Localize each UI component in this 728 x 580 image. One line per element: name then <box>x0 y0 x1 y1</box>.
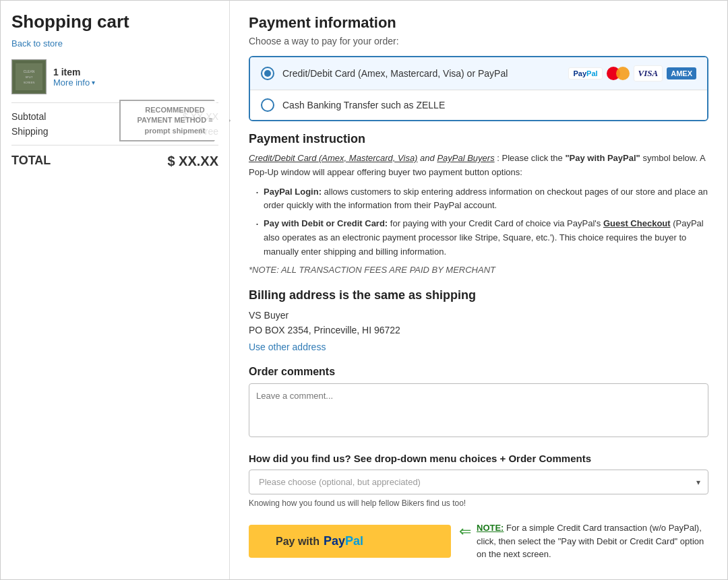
total-label: TOTAL <box>11 154 51 169</box>
transaction-note: *NOTE: ALL TRANSACTION FEES ARE PAID BY … <box>249 265 708 275</box>
instruction-item-1: PayPal Login: allows customers to skip e… <box>255 185 708 214</box>
paypal-button-logo: PayPal <box>324 534 363 548</box>
divider-2 <box>11 145 218 146</box>
how-found-section: How did you find us? See drop-down menu … <box>249 453 708 508</box>
instruction-title: Payment instruction <box>249 132 708 146</box>
instruction-list: PayPal Login: allows customers to skip e… <box>249 185 708 259</box>
how-found-select-wrapper: Please choose (optional, but appreciated… <box>249 470 708 494</box>
payment-logos: PayPal VISA AMEX <box>568 65 696 82</box>
total-value: $ XX.XX <box>167 154 218 169</box>
subtotal-row: Subtotal $ XX.XX <box>11 111 218 122</box>
cart-item-info: 1 item More info ▾ <box>53 67 95 88</box>
how-found-title: How did you find us? See drop-down menu … <box>249 453 708 464</box>
radio-credit[interactable] <box>261 67 274 80</box>
how-found-select[interactable]: Please choose (optional, but appreciated… <box>249 470 708 494</box>
billing-name: VS Buyer <box>249 308 708 323</box>
paypal-note-text: NOTE: For a simple Credit Card transacti… <box>477 521 706 561</box>
comments-title: Order comments <box>249 366 708 378</box>
shipping-value: Free <box>199 126 218 137</box>
mastercard-logo <box>607 66 630 81</box>
payment-options-container: Credit/Debit Card (Amex, Mastercard, Vis… <box>249 56 708 121</box>
billing-section: Billing address is the same as shipping … <box>249 288 708 353</box>
payment-subtitle: Choose a way to pay for your order: <box>249 36 708 46</box>
pay-with-text: Pay with <box>276 536 320 548</box>
use-other-address-link[interactable]: Use other address <box>249 342 326 352</box>
payment-option-credit[interactable]: Credit/Debit Card (Amex, Mastercard, Vis… <box>250 57 707 90</box>
payment-option-zelle[interactable]: Cash Banking Transfer such as ZELLE <box>250 90 707 120</box>
payment-instruction-section: Payment instruction Credit/Debit Card (A… <box>249 132 708 275</box>
svg-text:SCREEN: SCREEN <box>24 81 35 84</box>
svg-text:SPLIT: SPLIT <box>25 75 33 79</box>
amex-logo: AMEX <box>667 67 696 79</box>
billing-address: PO BOX 2354, Princeville, HI 96722 <box>249 323 708 337</box>
cart-item-row: CLEAN SPLIT SCREEN 1 item More info ▾ RE… <box>11 59 218 94</box>
total-row: TOTAL $ XX.XX <box>11 154 218 169</box>
billing-title: Billing address is the same as shipping <box>249 288 708 302</box>
page-title: Shopping cart <box>11 11 218 32</box>
more-info-link[interactable]: More info ▾ <box>53 77 95 88</box>
credit-option-label: Credit/Debit Card (Amex, Mastercard, Vis… <box>282 68 560 79</box>
paypal-pay-button[interactable]: Pay with PayPal <box>249 525 451 558</box>
comment-textarea[interactable] <box>249 383 708 437</box>
order-comments-section: Order comments <box>249 366 708 439</box>
shipping-label: Shipping <box>11 126 49 137</box>
paypal-logo-badge: PayPal <box>568 67 602 79</box>
paypal-note-annotation: ⇐ NOTE: For a simple Credit Card transac… <box>459 521 706 561</box>
find-sub-text: Knowing how you found us will help fello… <box>249 498 708 508</box>
radio-zelle[interactable] <box>261 98 274 112</box>
visa-logo: VISA <box>634 65 663 82</box>
shipping-row: Shipping Free <box>11 126 218 137</box>
paypal-button-area: Pay with PayPal ⇐ NOTE: For a simple Cre… <box>249 521 708 561</box>
subtotal-label: Subtotal <box>11 111 46 122</box>
payment-info-title: Payment information <box>249 14 708 32</box>
arrow-left-icon: ⇐ <box>459 523 471 540</box>
subtotal-value: $ XX.XX <box>183 111 218 122</box>
chevron-down-icon: ▾ <box>92 79 95 86</box>
divider <box>11 102 218 103</box>
sidebar: Shopping cart Back to store CLEAN SPLIT … <box>1 1 230 579</box>
svg-text:CLEAN: CLEAN <box>24 69 35 73</box>
main-content: Payment information Choose a way to pay … <box>230 1 727 579</box>
product-thumbnail: CLEAN SPLIT SCREEN <box>11 59 47 94</box>
instruction-intro: Credit/Debit Card (Amex, Mastercard, Vis… <box>249 152 708 180</box>
zelle-option-label: Cash Banking Transfer such as ZELLE <box>282 100 696 110</box>
instruction-item-2: Pay with Debit or Credit Card: for payin… <box>255 217 708 259</box>
back-to-store-link[interactable]: Back to store <box>11 38 63 49</box>
item-count: 1 item <box>53 67 95 77</box>
